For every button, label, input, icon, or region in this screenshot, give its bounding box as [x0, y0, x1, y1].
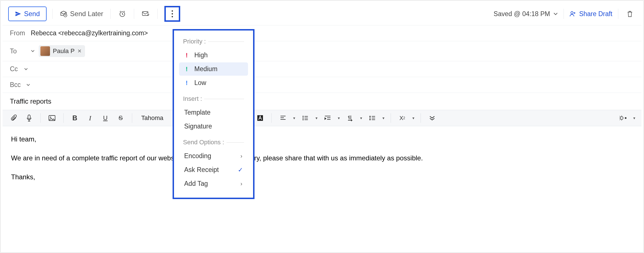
share-person-icon — [569, 10, 576, 17]
body-line: Hi team, — [11, 134, 633, 145]
priority-high-icon: ! — [184, 52, 189, 59]
priority-high-item[interactable]: ! High — [179, 49, 248, 62]
direction-button[interactable] — [345, 113, 355, 123]
saved-label: Saved @ 04:18 PM — [494, 10, 550, 18]
chevron-down-icon[interactable]: ▾ — [633, 116, 635, 120]
chevron-down-icon[interactable] — [24, 68, 28, 71]
vertical-dots-icon — [171, 10, 173, 18]
paperclip-icon — [11, 114, 17, 122]
divider — [421, 113, 421, 123]
bcc-label: Bcc — [10, 81, 22, 89]
mark-read-button[interactable] — [140, 8, 152, 20]
saved-status[interactable]: Saved @ 04:18 PM — [494, 10, 558, 18]
bold-button[interactable]: B — [70, 113, 80, 123]
svg-point-14 — [303, 119, 304, 120]
body-line: We are in need of a complete traffic rep… — [11, 152, 633, 164]
menu-item-label: High — [194, 51, 208, 59]
insert-template-item[interactable]: Template — [179, 106, 248, 119]
send-button[interactable]: Send — [8, 6, 47, 21]
send-options-section-header: Send Options : — [177, 137, 250, 149]
font-family-select[interactable]: Tahoma — [138, 114, 166, 122]
chevron-down-icon[interactable] — [26, 84, 30, 86]
menu-item-label: Signature — [184, 123, 212, 130]
email-body[interactable]: Hi team, We are in need of a complete tr… — [3, 126, 641, 197]
image-button[interactable] — [47, 113, 57, 123]
image-icon — [48, 115, 56, 121]
voice-button[interactable] — [24, 113, 34, 123]
chevron-down-icon[interactable]: ▾ — [293, 116, 295, 120]
underline-button[interactable]: U — [100, 113, 110, 123]
more-options-button[interactable] — [164, 6, 180, 22]
svg-point-16 — [625, 117, 626, 119]
priority-medium-icon: ! — [184, 66, 189, 73]
theme-button[interactable] — [618, 113, 628, 123]
share-draft-button[interactable]: Share Draft — [569, 10, 612, 18]
svg-point-9 — [50, 117, 51, 118]
divider — [52, 9, 53, 19]
priority-low-icon: ! — [184, 79, 189, 87]
chevron-down-icon[interactable]: ▾ — [360, 116, 362, 120]
chevron-down-icon[interactable]: ▾ — [316, 116, 317, 120]
menu-item-label: Template — [184, 109, 210, 116]
reminder-button[interactable] — [116, 8, 128, 20]
chevron-down-icon[interactable] — [31, 50, 35, 53]
recipient-name: Paula P — [53, 47, 75, 55]
recipient-chip[interactable]: Paula P ✕ — [39, 45, 85, 57]
menu-item-label: Low — [194, 79, 206, 87]
align-button[interactable] — [278, 113, 288, 123]
trash-icon — [626, 10, 633, 18]
attachment-button[interactable] — [9, 113, 19, 123]
encoding-item[interactable]: Encoding › — [179, 149, 248, 163]
line-height-button[interactable] — [367, 113, 377, 123]
highlight-button[interactable] — [255, 113, 265, 123]
add-tag-item[interactable]: Add Tag › — [179, 177, 248, 190]
indent-icon — [324, 115, 331, 121]
insert-signature-item[interactable]: Signature — [179, 120, 248, 133]
insert-section-header: Insert : — [177, 93, 250, 105]
microphone-icon — [26, 114, 32, 122]
subject-input[interactable]: Traffic reports — [3, 93, 641, 110]
divider — [391, 113, 391, 123]
svg-point-15 — [620, 117, 623, 119]
menu-item-label: Medium — [194, 65, 217, 73]
priority-medium-item[interactable]: ! Medium — [179, 62, 248, 76]
divider — [40, 113, 41, 123]
format-toolbar: B I U S Tahoma ▾ ▾ ▾ ▾ ▾ — [3, 110, 641, 126]
more-format-button[interactable] — [427, 113, 437, 123]
more-options-menu: Priority : ! High ! Medium ! Low Insert … — [173, 29, 254, 199]
strikethrough-button[interactable]: S — [116, 113, 126, 123]
divider — [110, 9, 111, 19]
to-row[interactable]: To Paula P ✕ — [3, 41, 641, 61]
superscript-button[interactable]: X2 — [397, 113, 407, 123]
from-label: From — [10, 29, 27, 37]
menu-item-label: Ask Receipt — [184, 166, 219, 174]
priority-low-item[interactable]: ! Low — [179, 76, 248, 90]
chevron-down-icon[interactable]: ▾ — [382, 116, 384, 120]
divider — [134, 9, 134, 19]
svg-point-12 — [303, 116, 304, 117]
indent-button[interactable] — [323, 113, 333, 123]
body-line: Thanks, — [11, 171, 633, 183]
share-label: Share Draft — [579, 10, 612, 18]
italic-button[interactable]: I — [85, 113, 95, 123]
send-later-button[interactable]: Send Later — [58, 8, 105, 19]
from-row: From Rebecca <rebecca@zylkertraining.com… — [3, 25, 641, 41]
list-button[interactable] — [300, 113, 310, 123]
remove-recipient-icon[interactable]: ✕ — [77, 48, 82, 54]
cc-row[interactable]: Cc — [3, 61, 641, 77]
alarm-clock-icon — [119, 10, 126, 18]
svg-point-3 — [172, 10, 173, 12]
from-value[interactable]: Rebecca <rebecca@zylkertraining.com> — [31, 29, 148, 37]
cc-label: Cc — [10, 65, 20, 73]
list-icon — [302, 115, 308, 121]
delete-draft-button[interactable] — [624, 8, 636, 20]
chevron-down-icon[interactable]: ▾ — [412, 116, 414, 120]
chevron-down-icon[interactable]: ▾ — [338, 116, 340, 120]
ask-receipt-item[interactable]: Ask Receipt ✓ — [179, 163, 248, 176]
menu-item-label: Encoding — [184, 152, 211, 160]
bcc-row[interactable]: Bcc — [3, 77, 641, 93]
menu-item-label: Add Tag — [184, 180, 208, 187]
svg-rect-7 — [28, 115, 30, 119]
divider — [618, 9, 618, 19]
text-direction-icon — [347, 115, 353, 121]
